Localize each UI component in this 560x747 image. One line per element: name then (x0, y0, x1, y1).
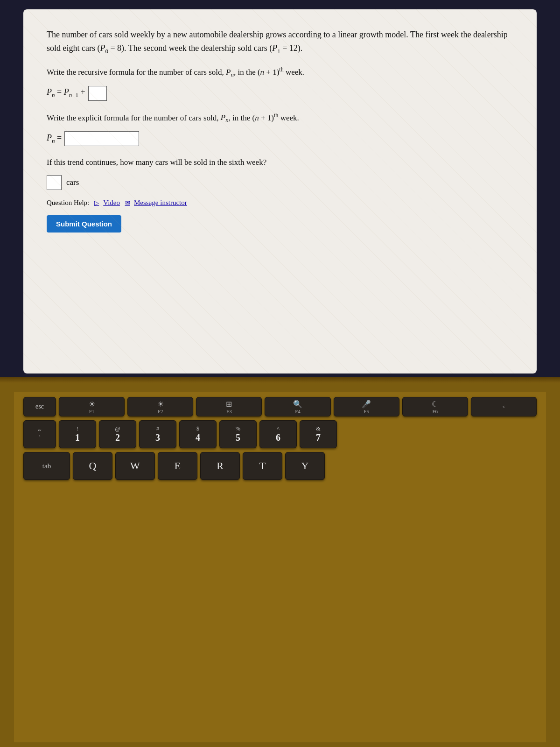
laptop-screen: The number of cars sold weekly by a new … (0, 0, 560, 383)
message-icon: ✉ (123, 198, 132, 208)
message-instructor-text: Message instructor (134, 199, 187, 207)
fn-key-row: esc ☀ F1 ☀ F2 ⊞ F3 🔍 F4 🎤 F5 (23, 397, 537, 416)
f1-key[interactable]: ☀ F1 (59, 397, 125, 416)
f2-key[interactable]: ☀ F2 (127, 397, 193, 416)
moon-icon: ☾ (432, 400, 438, 409)
explicit-formula-text: Pn = (47, 133, 62, 145)
f4-key[interactable]: 🔍 F4 (265, 397, 330, 416)
brightness-down-icon: ☀ (89, 400, 95, 409)
e-key[interactable]: E (158, 452, 197, 480)
video-icon: ▷ (92, 198, 101, 208)
cars-input-box[interactable] (47, 175, 62, 190)
problem-intro: The number of cars sold weekly by a new … (47, 28, 513, 56)
explicit-formula-line: Pn = (47, 131, 513, 146)
f5-key[interactable]: 🎤 F5 (334, 397, 399, 416)
tilde-key[interactable]: ~ ` (23, 420, 56, 448)
3-key[interactable]: # 3 (139, 420, 176, 448)
question-help-row: Question Help: ▷ Video ✉ Message instruc… (47, 198, 513, 208)
5-key[interactable]: % 5 (219, 420, 257, 448)
tab-label: tab (42, 462, 51, 470)
recursive-input-box[interactable] (88, 86, 107, 101)
brightness-up-icon: ☀ (157, 400, 164, 409)
explicit-input-box[interactable] (64, 131, 139, 146)
question-help-label: Question Help: (47, 199, 89, 207)
search-icon: 🔍 (293, 400, 302, 409)
video-link[interactable]: ▷ Video (92, 198, 120, 208)
1-key[interactable]: ! 1 (59, 420, 96, 448)
recursive-formula-text: Pn = Pn−1 + (47, 87, 85, 99)
cars-answer-line: cars (47, 175, 513, 190)
f6-key[interactable]: ☾ F6 (402, 397, 468, 416)
keyboard-bezel: esc ☀ F1 ☀ F2 ⊞ F3 🔍 F4 🎤 F5 (14, 392, 546, 742)
y-key[interactable]: Y (285, 452, 325, 480)
letter-key-row: tab Q W E R T Y (23, 452, 537, 480)
keyboard-area: esc ☀ F1 ☀ F2 ⊞ F3 🔍 F4 🎤 F5 (0, 383, 560, 747)
section3-label: If this trend continues, how many cars w… (47, 156, 513, 169)
f7-key[interactable]: < (471, 397, 537, 416)
w-key[interactable]: W (115, 452, 155, 480)
mic-icon: 🎤 (362, 400, 371, 409)
cars-label: cars (66, 178, 79, 187)
section1-label: Write the recursive formula for the numb… (47, 65, 513, 79)
windows-icon: ⊞ (226, 400, 232, 409)
t-key[interactable]: T (243, 452, 282, 480)
f3-key[interactable]: ⊞ F3 (196, 397, 262, 416)
7-key[interactable]: & 7 (300, 420, 337, 448)
esc-label: esc (35, 403, 44, 410)
screen-content: The number of cars sold weekly by a new … (23, 9, 537, 374)
section2-label: Write the explicit formula for the numbe… (47, 111, 513, 125)
message-instructor-link[interactable]: ✉ Message instructor (123, 198, 187, 208)
esc-key[interactable]: esc (23, 397, 56, 416)
submit-question-button[interactable]: Submit Question (47, 215, 121, 233)
video-link-text: Video (103, 199, 120, 207)
number-key-row: ~ ` ! 1 @ 2 # 3 $ 4 % 5 (23, 420, 537, 448)
2-key[interactable]: @ 2 (99, 420, 136, 448)
q-key[interactable]: Q (73, 452, 112, 480)
recursive-formula-line: Pn = Pn−1 + (47, 86, 513, 101)
submit-button-label: Submit Question (56, 220, 112, 228)
4-key[interactable]: $ 4 (179, 420, 217, 448)
6-key[interactable]: ^ 6 (259, 420, 297, 448)
r-key[interactable]: R (200, 452, 240, 480)
tab-key[interactable]: tab (23, 452, 70, 480)
